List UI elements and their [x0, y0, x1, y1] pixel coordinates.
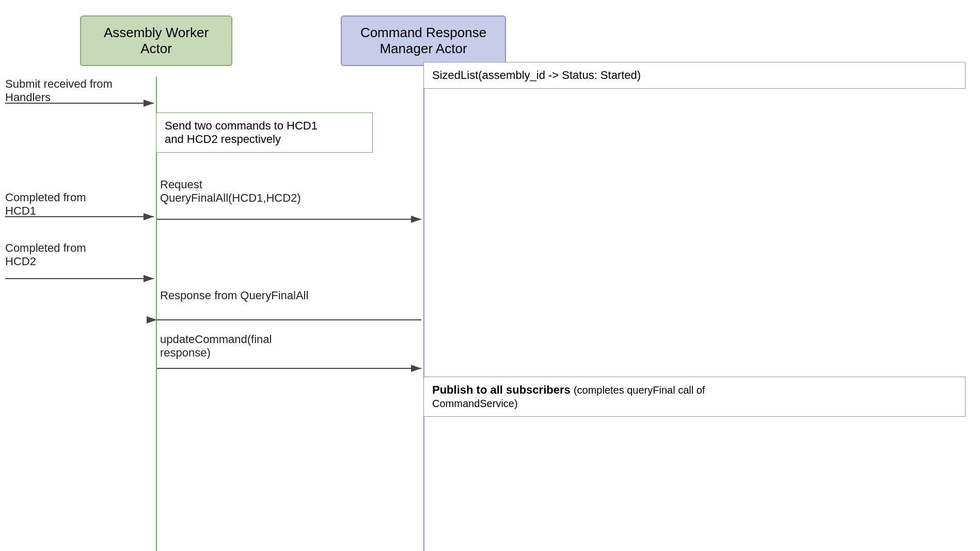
completed-hcd2-line2: HCD2 — [5, 255, 36, 268]
note-send-commands: Send two commands to HCD1and HCD2 respec… — [156, 112, 373, 153]
lifeline-command — [423, 77, 424, 551]
note-send-commands-text: Send two commands to HCD1and HCD2 respec… — [165, 119, 318, 145]
submit-label: Submit received from Handlers — [5, 77, 113, 104]
actor-assembly-line2: Actor — [140, 41, 172, 56]
completed-hcd2-line1: Completed from — [5, 241, 86, 254]
diagram-container: Assembly Worker Actor Command Response M… — [0, 0, 980, 551]
update-line2: response) — [160, 346, 211, 359]
note-publish-line1: Publish to all subscribers — [432, 383, 571, 396]
submit-label-line2: Handlers — [5, 91, 51, 104]
req-line1: Request — [160, 178, 202, 191]
actor-command-line2: Manager Actor — [380, 41, 467, 56]
request-queryfinalall-label: Request QueryFinalAll(HCD1,HCD2) — [160, 178, 301, 205]
note-sized-list: SizedList(assembly_id -> Status: Started… — [423, 62, 966, 89]
update-line1: updateCommand(final — [160, 333, 272, 346]
completed-hcd2-label: Completed from HCD2 — [5, 241, 86, 268]
response-label: Response from QueryFinalAll — [160, 289, 308, 302]
note-publish: Publish to all subscribers (completes qu… — [423, 377, 966, 417]
response-queryfinalall-label: Response from QueryFinalAll — [160, 289, 308, 302]
completed-hcd1-line2: HCD1 — [5, 204, 36, 217]
actor-assembly: Assembly Worker Actor — [80, 15, 232, 66]
submit-label-line1: Submit received from — [5, 77, 113, 90]
note-sized-list-text: SizedList(assembly_id -> Status: Started… — [432, 69, 641, 82]
actor-command-line1: Command Response — [360, 25, 486, 40]
update-command-label: updateCommand(final response) — [160, 333, 272, 360]
actor-assembly-line1: Assembly Worker — [104, 25, 209, 40]
req-line2: QueryFinalAll(HCD1,HCD2) — [160, 191, 301, 204]
completed-hcd1-label: Completed from HCD1 — [5, 191, 86, 218]
actor-command: Command Response Manager Actor — [341, 15, 506, 66]
completed-hcd1-line1: Completed from — [5, 191, 86, 204]
